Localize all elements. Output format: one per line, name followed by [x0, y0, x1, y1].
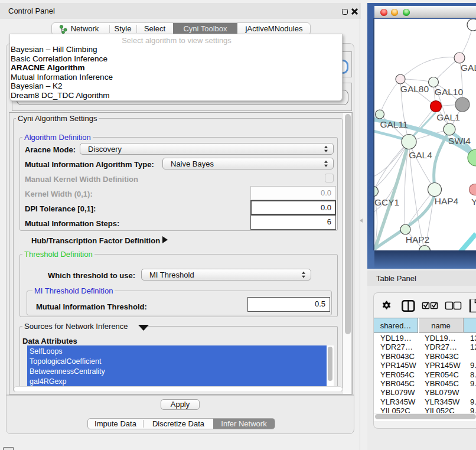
- svg-text:GCY1: GCY1: [374, 197, 399, 207]
- svg-text:SWI4: SWI4: [448, 136, 471, 146]
- svg-text:GAL1: GAL1: [436, 112, 460, 122]
- svg-text:GAL7: GAL7: [461, 63, 476, 73]
- svg-text:GAL4: GAL4: [409, 150, 432, 160]
- svg-text:GAL80: GAL80: [400, 84, 429, 94]
- svg-text:Y: Y: [471, 197, 476, 207]
- svg-text:GAL11: GAL11: [380, 119, 407, 129]
- svg-text:HAP4: HAP4: [435, 196, 459, 206]
- svg-text:GAL10: GAL10: [435, 87, 464, 97]
- svg-text:HAP2: HAP2: [406, 234, 430, 244]
